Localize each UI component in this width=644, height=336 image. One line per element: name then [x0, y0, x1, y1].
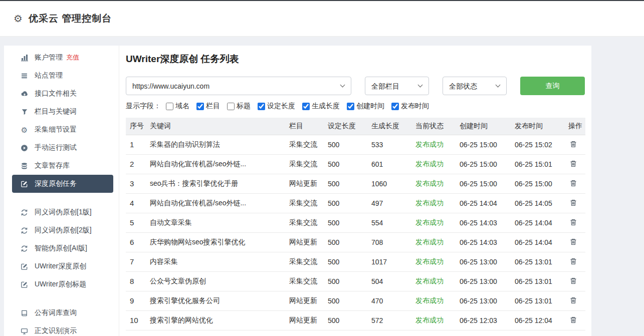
- sidebar-item[interactable]: 同义词伪原创[2版]: [12, 221, 113, 239]
- delete-button[interactable]: [568, 315, 578, 325]
- delete-button[interactable]: [568, 256, 578, 266]
- field-checkbox[interactable]: [258, 103, 265, 110]
- task-table: 序号关键词栏目设定长度生成长度当前状态创建时间发布时间操作 1采集器的自动识别算…: [126, 118, 585, 330]
- delete-button[interactable]: [568, 178, 578, 188]
- sidebar-item[interactable]: 文章暂存库: [12, 157, 113, 175]
- cell-created-time: 06-25 14:04: [456, 193, 511, 213]
- cell-status: 发布成功: [411, 252, 456, 271]
- sidebar-item[interactable]: ⚙采集细节设置: [12, 121, 113, 139]
- cell-published-time: 06-25 14:04: [511, 213, 564, 232]
- column-header: 发布时间: [511, 118, 564, 135]
- field-checkbox[interactable]: [227, 103, 235, 110]
- recharge-link[interactable]: 充值: [66, 53, 79, 62]
- cell-index: 9: [126, 291, 146, 310]
- field-option[interactable]: 发布时间: [391, 102, 429, 111]
- cell-keyword: 庆华购物网站seo搜索引擎优化: [146, 232, 285, 252]
- edit-icon: [20, 280, 29, 289]
- cell-gen-length: 470: [367, 291, 411, 310]
- column-select-wrap: 全部栏目: [365, 77, 429, 95]
- sidebar-item-label: 智能伪原创[AI版]: [35, 244, 87, 253]
- table-row: 3seo兵书：搜索引擎优化手册网站更新5001060发布成功06-25 15:0…: [126, 174, 585, 193]
- delete-button[interactable]: [568, 159, 578, 169]
- cell-set-length: 500: [324, 310, 367, 330]
- delete-button[interactable]: [568, 295, 578, 305]
- cell-gen-length: 1017: [367, 252, 411, 271]
- sidebar-menu: 账户管理充值站点管理接口文件相关栏目与关键词⚙采集细节设置手动运行测试文章暂存库…: [4, 49, 119, 336]
- sidebar-item[interactable]: 手动运行测试: [12, 139, 113, 157]
- cell-index: 1: [126, 135, 146, 154]
- sidebar-item-label: 同义词伪原创[1版]: [35, 208, 92, 217]
- table-row: 8公众号文章伪原创采集交流500504发布成功06-25 13:0006-25 …: [126, 271, 585, 291]
- delete-button[interactable]: [568, 198, 578, 208]
- field-checkbox[interactable]: [347, 103, 354, 110]
- cell-keyword: 采集器的自动识别算法: [146, 135, 285, 154]
- delete-button[interactable]: [568, 276, 578, 286]
- cell-published-time: 06-25 15:00: [511, 174, 564, 193]
- table-row: 7内容采集采集交流5001017发布成功06-25 13:0006-25 13:…: [126, 252, 585, 271]
- page-body: 账户管理充值站点管理接口文件相关栏目与关键词⚙采集细节设置手动运行测试文章暂存库…: [4, 46, 591, 336]
- sidebar-item[interactable]: 栏目与关键词: [12, 103, 113, 121]
- sidebar-item[interactable]: 站点管理: [12, 67, 113, 85]
- sidebar-item[interactable]: 接口文件相关: [12, 85, 113, 103]
- refresh-icon: [20, 208, 29, 217]
- search-button[interactable]: 查询: [520, 77, 585, 95]
- list-icon: [20, 72, 29, 80]
- delete-button[interactable]: [568, 217, 578, 227]
- cell-gen-length: 1060: [367, 174, 411, 193]
- field-option[interactable]: 创建时间: [347, 102, 384, 111]
- field-checkbox[interactable]: [196, 103, 204, 110]
- sidebar-item[interactable]: 正文识别演示: [12, 322, 113, 336]
- sidebar-item[interactable]: UWriter原创标题: [12, 275, 113, 293]
- edit-icon: [20, 180, 29, 188]
- site-select[interactable]: https://www.ucaiyun.com: [126, 77, 351, 95]
- column-header: 当前状态: [411, 118, 456, 135]
- cell-gen-length: 601: [367, 154, 411, 174]
- edit-icon: [20, 262, 29, 271]
- cell-column: 网站更新: [285, 291, 324, 310]
- cell-keyword: 网站自动化宣传机器/seo外链...: [146, 154, 285, 174]
- cell-keyword: seo兵书：搜索引擎优化手册: [146, 174, 285, 193]
- field-option[interactable]: 生成长度: [302, 102, 340, 111]
- book-icon: [20, 309, 29, 317]
- cell-created-time: 06-25 15:00: [456, 135, 511, 154]
- column-header: 设定长度: [324, 118, 367, 135]
- column-header: 栏目: [285, 118, 324, 135]
- cell-keyword: 公众号文章伪原创: [146, 271, 285, 291]
- field-checkbox[interactable]: [166, 103, 173, 110]
- field-option[interactable]: 栏目: [196, 102, 220, 111]
- delete-button[interactable]: [568, 139, 578, 149]
- cell-column: 网站更新: [285, 310, 324, 330]
- cell-actions: [564, 291, 585, 310]
- cell-status: 发布成功: [411, 291, 456, 310]
- cell-created-time: 06-25 13:00: [456, 252, 511, 271]
- cell-column: 采集交流: [285, 213, 324, 232]
- sidebar-item-label: 采集细节设置: [35, 125, 77, 134]
- cell-published-time: 06-25 14:04: [511, 232, 564, 252]
- table-row: 9搜索引擎优化服务公司网站更新500470发布成功06-25 13:0006-2…: [126, 291, 585, 310]
- sidebar-item[interactable]: UWriter深度原创: [12, 257, 113, 275]
- field-option[interactable]: 域名: [166, 102, 189, 111]
- sidebar-item[interactable]: 公有词库查询: [12, 304, 113, 322]
- field-checkbox[interactable]: [302, 103, 310, 110]
- database-icon: [20, 162, 29, 170]
- cell-actions: [564, 232, 585, 252]
- field-option[interactable]: 标题: [227, 102, 251, 111]
- cell-actions: [564, 174, 585, 193]
- status-select[interactable]: 全部状态: [443, 77, 507, 95]
- field-option-label: 设定长度: [267, 102, 295, 111]
- field-option[interactable]: 设定长度: [258, 102, 295, 111]
- sidebar-item-label: 深度原创任务: [35, 179, 77, 188]
- cell-index: 8: [126, 271, 146, 291]
- cell-column: 采集交流: [285, 154, 324, 174]
- delete-button[interactable]: [568, 237, 578, 247]
- sidebar-item[interactable]: 账户管理充值: [12, 49, 113, 67]
- table-header-row: 序号关键词栏目设定长度生成长度当前状态创建时间发布时间操作: [126, 118, 585, 135]
- cell-created-time: 06-25 15:00: [456, 154, 511, 174]
- field-checkbox[interactable]: [391, 103, 399, 110]
- column-select[interactable]: 全部栏目: [365, 77, 429, 95]
- sidebar-item[interactable]: 深度原创任务: [12, 175, 113, 193]
- refresh-icon: [20, 244, 29, 253]
- sidebar-item[interactable]: 智能伪原创[AI版]: [12, 239, 113, 257]
- cell-gen-length: 533: [367, 135, 411, 154]
- sidebar-item[interactable]: 同义词伪原创[1版]: [12, 203, 113, 221]
